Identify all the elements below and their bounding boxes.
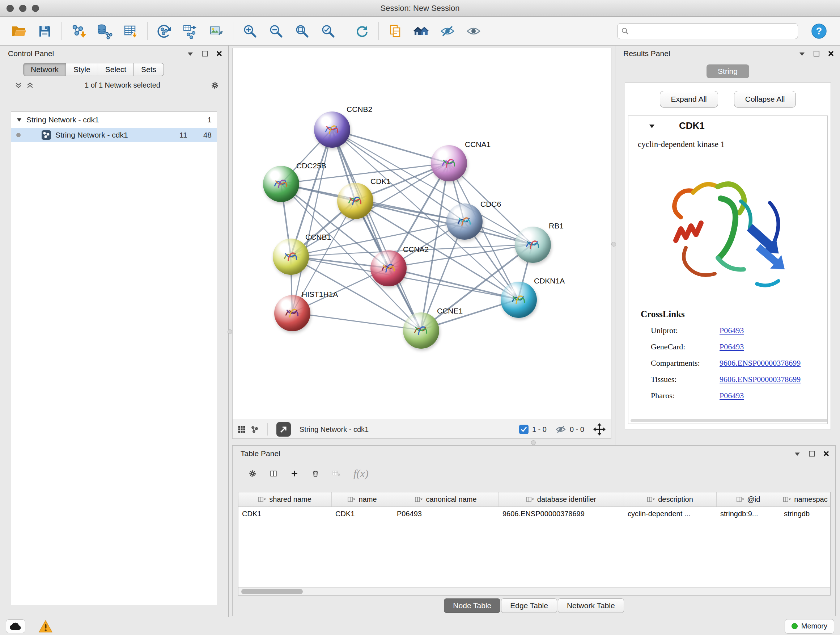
crosslink-value-link[interactable]: 9606.ENSP00000378699 xyxy=(720,375,801,384)
search-input[interactable] xyxy=(632,27,794,35)
crosslink-value-link[interactable]: P06493 xyxy=(720,326,744,335)
cell-description[interactable]: cyclin-dependent ... xyxy=(624,510,717,518)
network-node-cdk1[interactable] xyxy=(337,183,373,219)
cell-canonical-name[interactable]: P06493 xyxy=(393,510,499,518)
column-header-namespac[interactable]: namespac xyxy=(780,492,831,507)
panel-maximize-button[interactable] xyxy=(813,50,821,57)
export-image-button[interactable] xyxy=(203,19,229,43)
gear-icon[interactable] xyxy=(211,81,219,89)
panel-close-button[interactable] xyxy=(822,450,830,458)
crosslink-value-link[interactable]: 9606.ENSP00000378699 xyxy=(720,358,801,368)
panel-maximize-button[interactable] xyxy=(808,450,816,458)
left-splitter-handle[interactable] xyxy=(227,329,232,334)
tab-string[interactable]: String xyxy=(706,65,749,78)
import-network-file-button[interactable] xyxy=(65,19,92,43)
show-columns-icon[interactable] xyxy=(270,470,278,478)
network-share-icon[interactable] xyxy=(251,425,259,433)
table-row[interactable]: CDK1CDK1P064939606.ENSP00000378699cyclin… xyxy=(238,507,830,521)
collapse-all-networks-icon[interactable] xyxy=(26,81,34,89)
crosslink-value-link[interactable]: P06493 xyxy=(720,342,744,352)
selected-checkbox-icon[interactable] xyxy=(519,424,529,434)
network-row-selected[interactable]: String Network - cdk1 11 48 xyxy=(11,128,217,142)
tab-select[interactable]: Select xyxy=(98,63,134,76)
scrollbar-thumb[interactable] xyxy=(241,589,303,594)
network-node-ccnb1[interactable] xyxy=(273,239,309,275)
zoom-out-button[interactable] xyxy=(263,19,289,43)
cell-shared-name[interactable]: CDK1 xyxy=(238,510,332,518)
import-network-database-button[interactable] xyxy=(92,19,118,43)
panel-maximize-button[interactable] xyxy=(201,50,209,57)
results-scrollbar[interactable] xyxy=(630,419,828,422)
bottom-splitter-handle[interactable] xyxy=(531,440,536,445)
cell-database-identifier[interactable]: 9606.ENSP00000378699 xyxy=(499,510,624,518)
table-horizontal-scrollbar[interactable] xyxy=(238,587,830,595)
panel-float-button[interactable] xyxy=(793,450,801,458)
network-node-ccne1[interactable] xyxy=(403,312,439,348)
column-header-shared-name[interactable]: shared name xyxy=(238,492,332,507)
zoom-in-button[interactable] xyxy=(237,19,263,43)
tab-network[interactable]: Network xyxy=(23,63,66,76)
panel-float-button[interactable] xyxy=(186,50,194,57)
crosslink-value-link[interactable]: P06493 xyxy=(720,391,744,401)
table-settings-gear-icon[interactable] xyxy=(248,470,256,478)
tab-edge-table[interactable]: Edge Table xyxy=(501,599,557,613)
function-builder-label[interactable]: f(x) xyxy=(354,467,369,480)
panel-close-button[interactable] xyxy=(827,50,835,57)
tab-sets[interactable]: Sets xyxy=(134,63,164,76)
network-node-ccnb2[interactable] xyxy=(314,111,350,148)
panel-close-button[interactable] xyxy=(215,50,223,57)
close-window-button[interactable] xyxy=(6,5,14,12)
network-node-cdc6[interactable] xyxy=(447,203,483,240)
column-header-database-identifier[interactable]: database identifier xyxy=(499,492,624,507)
cloud-button[interactable] xyxy=(6,619,25,633)
open-session-button[interactable] xyxy=(6,19,32,43)
network-canvas[interactable]: CCNB2CCNA1CDC25BCDK1CDC6RB1CCNB1CCNA2CDK… xyxy=(232,48,611,420)
birdseye-grid-icon[interactable] xyxy=(238,425,246,433)
warning-button[interactable] xyxy=(38,619,54,633)
add-column-icon[interactable] xyxy=(291,470,298,478)
import-table-button[interactable] xyxy=(118,19,144,43)
network-node-rb1[interactable] xyxy=(515,226,551,263)
network-node-hist1h1a[interactable] xyxy=(274,295,310,331)
cell-name[interactable]: CDK1 xyxy=(332,510,393,518)
network-node-ccna2[interactable] xyxy=(370,250,407,287)
tab-network-table[interactable]: Network Table xyxy=(558,599,624,613)
right-splitter-handle[interactable] xyxy=(611,242,616,247)
refresh-button[interactable] xyxy=(349,19,375,43)
network-node-ccna1[interactable] xyxy=(431,145,467,181)
cell-namespac[interactable]: stringdb xyxy=(780,510,831,518)
duplicate-document-button[interactable] xyxy=(382,19,409,43)
delete-column-trash-icon[interactable] xyxy=(311,470,319,478)
hide-selected-button[interactable] xyxy=(434,19,461,43)
save-session-button[interactable] xyxy=(32,19,58,43)
section-collapse-icon[interactable] xyxy=(649,123,655,129)
collapse-all-button[interactable]: Collapse All xyxy=(734,91,796,108)
hidden-eye-icon[interactable] xyxy=(555,425,566,434)
zoom-window-button[interactable] xyxy=(32,5,39,12)
show-all-button[interactable] xyxy=(461,19,486,43)
network-node-cdc25b[interactable] xyxy=(263,166,299,202)
open-in-new-window-button[interactable] xyxy=(276,422,291,437)
zoom-selected-button[interactable] xyxy=(315,19,341,43)
tab-style[interactable]: Style xyxy=(66,63,98,76)
pan-crosshair-icon[interactable] xyxy=(593,423,606,436)
expand-all-networks-icon[interactable] xyxy=(14,81,22,89)
tab-node-table[interactable]: Node Table xyxy=(444,599,500,613)
column-header-canonical-name[interactable]: canonical name xyxy=(393,492,499,507)
memory-button[interactable]: Memory xyxy=(785,619,834,633)
cell--id[interactable]: stringdb:9... xyxy=(717,510,780,518)
column-header-description[interactable]: description xyxy=(624,492,717,507)
search-box[interactable] xyxy=(617,23,798,39)
network-collection-row[interactable]: String Network - cdk1 1 xyxy=(11,112,217,128)
panel-float-button[interactable] xyxy=(798,50,806,57)
help-button[interactable]: ? xyxy=(806,19,832,43)
tree-expand-icon[interactable] xyxy=(16,117,22,123)
network-node-cdkn1a[interactable] xyxy=(501,282,537,318)
zoom-fit-button[interactable] xyxy=(289,19,315,43)
protein-section-header[interactable]: CDK1 xyxy=(628,116,827,136)
column-header--id[interactable]: @id xyxy=(717,492,780,507)
first-neighbors-button[interactable] xyxy=(409,19,434,43)
column-header-name[interactable]: name xyxy=(332,492,393,507)
expand-all-button[interactable]: Expand All xyxy=(660,91,718,108)
new-network-button[interactable] xyxy=(151,19,177,43)
